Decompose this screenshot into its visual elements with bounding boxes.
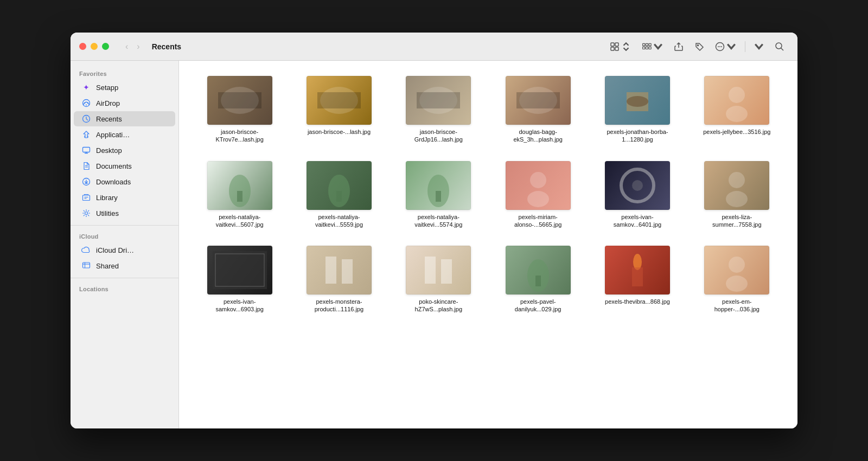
file-thumbnail-canvas	[307, 161, 372, 210]
sidebar-item-library-label: Library	[96, 194, 118, 202]
share-icon	[674, 42, 684, 52]
toolbar: ‹ › Recents	[71, 33, 797, 61]
sidebar-item-setapp[interactable]: ✦ Setapp	[74, 80, 175, 95]
more-chevron-icon	[726, 42, 736, 52]
library-icon	[81, 193, 91, 202]
file-item[interactable]: pexels-jellybee...3516.jpg	[690, 72, 784, 148]
tag-icon	[694, 42, 704, 52]
svg-point-15	[776, 43, 782, 49]
svg-rect-7	[646, 47, 648, 49]
svg-rect-8	[649, 43, 651, 46]
file-thumbnail	[704, 161, 769, 210]
toolbar-separator	[745, 41, 745, 52]
file-thumbnail-canvas	[406, 76, 471, 125]
file-item[interactable]: jason-briscoe-GrdJp16...lash.jpg	[391, 72, 486, 148]
list-view-button[interactable]	[637, 39, 667, 54]
file-name-label: pexels-nataliya-vaitkevi...5607.jpg	[205, 213, 275, 229]
file-item[interactable]: pexels-em-hopper-...036.jpg	[690, 241, 784, 318]
file-grid: jason-briscoe-KTrov7e...lash.jpgjason-br…	[192, 72, 784, 318]
svg-point-12	[718, 46, 719, 47]
chevron-down-icon	[653, 42, 663, 52]
file-thumbnail-canvas	[207, 246, 272, 294]
file-thumbnail	[506, 246, 571, 294]
search-button[interactable]	[770, 39, 789, 54]
file-item[interactable]: pexels-nataliya-vaitkevi...5607.jpg	[192, 157, 287, 233]
svg-point-17	[86, 105, 87, 106]
grid-view-button[interactable]	[605, 39, 635, 54]
sidebar-item-downloads[interactable]: Downloads	[74, 174, 175, 189]
file-thumbnail	[704, 76, 769, 125]
file-item[interactable]: pexels-thevibra...868.jpg	[590, 241, 685, 318]
utilities-icon	[81, 208, 91, 218]
file-thumbnail-canvas	[207, 161, 272, 210]
sidebar-item-applications[interactable]: Applicati…	[74, 127, 175, 142]
sidebar-item-documents[interactable]: Documents	[74, 158, 175, 174]
minimize-button[interactable]	[91, 43, 98, 50]
file-item[interactable]: poko-skincare-hZ7wS...plash.jpg	[391, 241, 486, 318]
sidebar-item-utilities-label: Utilities	[96, 209, 119, 217]
file-thumbnail	[506, 76, 571, 125]
file-item[interactable]: pexels-ivan-samkov...6401.jpg	[590, 157, 685, 233]
sidebar-item-airdrop-label: AirDrop	[96, 99, 120, 107]
sidebar-item-utilities[interactable]: Utilities	[74, 206, 175, 221]
file-thumbnail-canvas	[307, 76, 372, 125]
file-item[interactable]: jason-briscoe-KTrov7e...lash.jpg	[192, 72, 287, 148]
file-item[interactable]: jason-briscoe-...lash.jpg	[291, 72, 386, 148]
file-item[interactable]: pexels-jonathan-borba-1...1280.jpg	[590, 72, 685, 148]
file-thumbnail-canvas	[704, 161, 769, 210]
file-item[interactable]: pexels-nataliya-vaitkevi...5559.jpg	[291, 157, 386, 233]
file-name-label: pexels-nataliya-vaitkevi...5574.jpg	[403, 213, 474, 229]
file-thumbnail-canvas	[704, 76, 769, 125]
svg-rect-30	[83, 262, 90, 268]
svg-point-13	[719, 46, 720, 47]
file-item[interactable]: douglas-bagg-ekS_3h...plash.jpg	[490, 72, 585, 148]
forward-button[interactable]: ›	[133, 40, 143, 53]
file-thumbnail-canvas	[605, 76, 670, 125]
svg-rect-1	[615, 43, 618, 46]
svg-point-10	[698, 44, 699, 46]
file-name-label: pexels-miriam-alonso-...5665.jpg	[503, 213, 573, 229]
file-item[interactable]: pexels-miriam-alonso-...5665.jpg	[490, 157, 585, 233]
more-button[interactable]	[711, 39, 741, 54]
sidebar-divider	[71, 225, 178, 226]
sidebar-item-recents[interactable]: Recents	[74, 111, 175, 126]
share-button[interactable]	[669, 39, 688, 54]
sidebar-item-airdrop[interactable]: AirDrop	[74, 95, 175, 111]
sidebar-item-desktop[interactable]: Desktop	[74, 143, 175, 158]
file-item[interactable]: pexels-nataliya-vaitkevi...5574.jpg	[391, 157, 486, 233]
close-button[interactable]	[79, 43, 86, 50]
file-thumbnail	[406, 76, 471, 125]
file-thumbnail-canvas	[506, 246, 571, 294]
file-thumbnail	[307, 246, 372, 294]
file-name-label: pexels-nataliya-vaitkevi...5559.jpg	[304, 213, 374, 229]
maximize-button[interactable]	[102, 43, 109, 50]
back-button[interactable]: ‹	[122, 40, 131, 53]
file-name-label: pexels-ivan-samkov...6903.jpg	[205, 298, 275, 313]
setapp-icon: ✦	[81, 82, 91, 92]
list-view-icon	[642, 42, 652, 52]
file-thumbnail	[605, 76, 670, 125]
file-item[interactable]: pexels-pavel-danilyuk...029.jpg	[490, 241, 585, 318]
svg-rect-9	[649, 47, 651, 49]
finder-window: ‹ › Recents	[71, 33, 797, 428]
file-item[interactable]: pexels-liza-summer...7558.jpg	[690, 157, 784, 233]
file-thumbnail	[406, 246, 471, 294]
svg-rect-2	[611, 47, 614, 50]
window-title: Recents	[152, 42, 181, 51]
sidebar-item-downloads-label: Downloads	[96, 178, 131, 186]
sidebar-item-library[interactable]: Library	[74, 190, 175, 205]
file-thumbnail-canvas	[605, 246, 670, 294]
sort-chevron-icon	[754, 42, 764, 52]
tag-button[interactable]	[690, 39, 709, 54]
file-thumbnail-canvas	[605, 161, 670, 210]
file-thumbnail-canvas	[406, 246, 471, 294]
file-name-label: pexels-jellybee...3516.jpg	[703, 128, 770, 136]
sidebar-item-icloud-drive[interactable]: iCloud Dri…	[74, 242, 175, 258]
file-item[interactable]: pexels-monstera-producti...1116.jpg	[291, 241, 386, 318]
sidebar-item-shared[interactable]: Shared	[74, 258, 175, 273]
file-item[interactable]: pexels-ivan-samkov...6903.jpg	[192, 241, 287, 318]
sort-dropdown-button[interactable]	[750, 39, 768, 54]
sidebar-item-recents-label: Recents	[96, 115, 122, 123]
sidebar-item-documents-label: Documents	[96, 162, 132, 170]
svg-rect-4	[643, 43, 645, 46]
